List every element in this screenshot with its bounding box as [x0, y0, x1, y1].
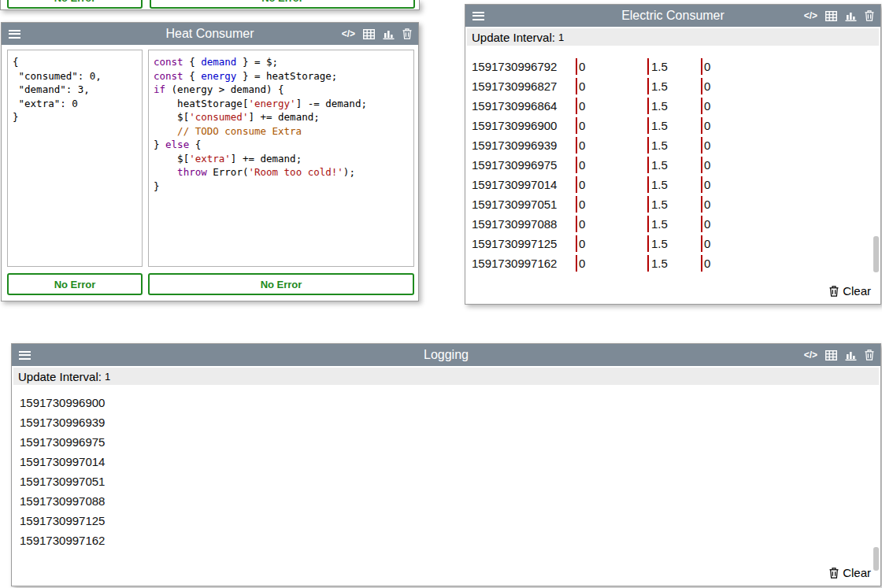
logging-widget: Logging </> Update Interval: 1 159173099… — [11, 343, 881, 586]
table-row: 159173099705101.50 — [466, 194, 871, 214]
table-cell: 1.5 — [647, 78, 701, 94]
table-cell: 0 — [576, 137, 647, 153]
table-icon[interactable] — [825, 11, 837, 21]
update-interval-label: Update Interval: — [18, 370, 102, 383]
table-cell: 1591730997014 — [466, 176, 576, 193]
table-cell: 0 — [701, 176, 871, 193]
table-icon[interactable] — [363, 29, 375, 39]
table-cell: 1591730996900 — [466, 117, 576, 134]
code-icon[interactable]: </> — [342, 29, 355, 39]
logging-list: 1591730996900159173099693915917309969751… — [12, 393, 871, 550]
clear-button[interactable]: Clear — [829, 284, 871, 298]
heat-consumer-widget: Heat Consumer </> { "consumed": 0, "dema… — [1, 22, 419, 301]
electric-table: 159173099679201.50159173099682701.501591… — [466, 57, 871, 273]
table-cell: 0 — [701, 117, 871, 134]
chart-icon[interactable] — [845, 350, 857, 361]
update-interval-row: Update Interval: 1 — [13, 368, 879, 385]
table-cell: 0 — [576, 117, 647, 134]
heat-state-editor[interactable]: { "consumed": 0, "demand": 3, "extra": 0… — [7, 50, 143, 267]
table-row: 159173099686401.50 — [466, 96, 871, 116]
table-row: 159173099682701.50 — [466, 76, 871, 96]
table-cell: 1591730997088 — [466, 216, 576, 232]
table-cell: 1591730996827 — [466, 78, 576, 94]
code-icon[interactable]: </> — [804, 11, 817, 20]
clear-button[interactable]: Clear — [829, 566, 871, 579]
menu-icon[interactable] — [9, 30, 20, 39]
trash-icon — [829, 568, 839, 579]
table-cell: 0 — [576, 157, 647, 173]
update-interval-input[interactable]: 1 — [558, 31, 564, 43]
heat-consumer-header: Heat Consumer </> — [2, 23, 418, 45]
table-cell: 0 — [576, 176, 647, 193]
table-cell: 1.5 — [647, 216, 701, 232]
table-cell: 0 — [576, 216, 647, 232]
table-cell: 1.5 — [647, 98, 701, 114]
clear-label: Clear — [843, 284, 871, 298]
table-cell: 0 — [576, 78, 647, 94]
table-cell: 0 — [701, 78, 871, 94]
widget-title: Logging — [12, 348, 880, 362]
cutoff-widget: No Error No Error — [0, 0, 420, 10]
table-cell: 0 — [576, 196, 647, 213]
chart-icon[interactable] — [845, 11, 857, 21]
table-cell: 1591730997162 — [466, 255, 576, 272]
log-row: 1591730997051 — [12, 472, 871, 491]
table-cell: 0 — [701, 255, 871, 272]
table-cell: 0 — [576, 98, 647, 114]
scrollbar-thumb[interactable] — [873, 547, 879, 571]
table-cell: 1.5 — [647, 157, 701, 173]
update-interval-row: Update Interval: 1 — [467, 28, 879, 46]
update-interval-label: Update Interval: — [472, 31, 555, 44]
code-status-button[interactable]: No Error — [148, 273, 414, 295]
table-cell: 0 — [701, 137, 871, 153]
logging-header: Logging </> — [12, 344, 880, 366]
table-cell: 0 — [701, 98, 871, 114]
log-row: 1591730997162 — [12, 531, 871, 550]
clear-label: Clear — [843, 566, 871, 579]
table-cell: 1591730996864 — [466, 98, 576, 114]
log-row: 1591730997088 — [12, 491, 871, 511]
table-row: 159173099693901.50 — [466, 135, 871, 155]
electric-consumer-widget: Electric Consumer </> Update Interval: 1… — [465, 4, 881, 305]
table-icon[interactable] — [825, 350, 837, 361]
code-status-button[interactable]: No Error — [150, 0, 415, 9]
table-row: 159173099679201.50 — [466, 57, 871, 76]
table-cell: 0 — [701, 196, 871, 213]
table-cell: 0 — [701, 58, 871, 75]
table-row: 159173099712501.50 — [466, 234, 871, 253]
header-icons: </> — [342, 28, 412, 39]
trash-icon[interactable] — [402, 28, 412, 39]
table-cell: 1.5 — [647, 235, 701, 252]
trash-icon[interactable] — [865, 10, 874, 21]
chart-icon[interactable] — [383, 29, 395, 39]
header-icons: </> — [804, 349, 874, 361]
log-row: 1591730996939 — [12, 412, 871, 432]
table-cell: 1591730996792 — [466, 58, 576, 75]
table-cell: 0 — [576, 255, 647, 272]
menu-icon[interactable] — [19, 351, 31, 360]
trash-icon[interactable] — [865, 349, 874, 361]
heat-code-editor[interactable]: const { demand } = $;const { energy } = … — [148, 50, 414, 267]
table-cell: 1.5 — [647, 176, 701, 193]
table-cell: 0 — [701, 157, 871, 173]
state-status-button[interactable]: No Error — [7, 273, 143, 295]
table-cell: 1.5 — [647, 196, 701, 213]
table-cell: 1591730997125 — [466, 235, 576, 252]
state-status-button[interactable]: No Error — [7, 0, 143, 9]
log-row: 1591730997014 — [12, 452, 871, 472]
table-cell: 0 — [701, 216, 871, 232]
table-cell: 1.5 — [647, 137, 701, 153]
code-icon[interactable]: </> — [804, 350, 817, 360]
scrollbar-thumb[interactable] — [873, 236, 879, 272]
menu-icon[interactable] — [472, 12, 484, 20]
table-cell: 0 — [701, 235, 871, 252]
table-cell: 1.5 — [647, 117, 701, 134]
log-row: 1591730997125 — [12, 511, 871, 531]
table-cell: 0 — [576, 235, 647, 252]
table-cell: 1591730996975 — [466, 157, 576, 173]
update-interval-input[interactable]: 1 — [105, 371, 110, 383]
table-cell: 1.5 — [647, 255, 701, 272]
table-cell: 0 — [576, 58, 647, 75]
table-row: 159173099716201.50 — [466, 253, 871, 273]
electric-consumer-header: Electric Consumer </> — [465, 5, 880, 27]
